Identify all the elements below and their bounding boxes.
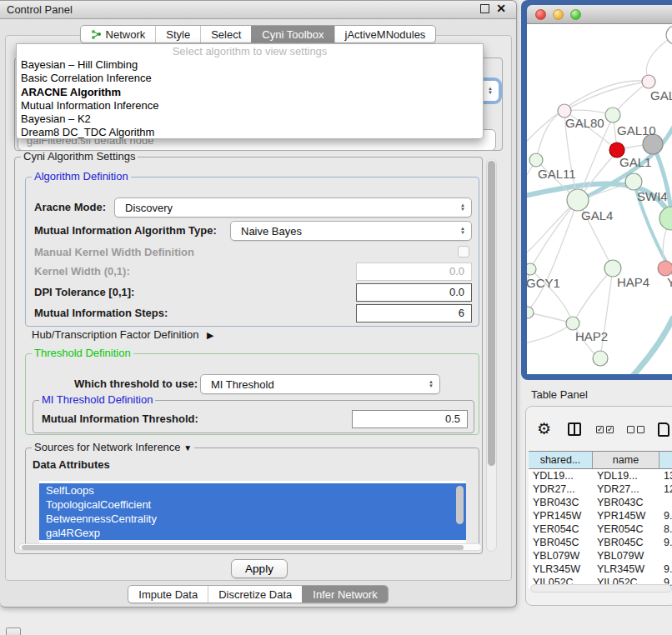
dropdown-item[interactable]: Basic Correlation Inference — [17, 72, 483, 85]
attribute-list-item[interactable]: SelfLoops — [39, 483, 466, 498]
dropdown-item[interactable]: Mutual Information Inference — [17, 99, 483, 112]
table-row[interactable]: YPR145WYPR145W9. — [529, 509, 672, 522]
network-icon — [91, 29, 102, 40]
tab-infer-network[interactable]: Infer Network — [302, 586, 387, 602]
tab-cyni-toolbox[interactable]: Cyni Toolbox — [251, 26, 333, 42]
settings-horizontal-scrollbar[interactable] — [18, 543, 482, 551]
network-edge-highlighted[interactable] — [632, 317, 672, 374]
table-row[interactable]: YBR045CYBR045C9. — [529, 536, 672, 549]
combo-spinner-icon: ▲▼ — [460, 227, 465, 235]
table-row[interactable]: YDR27...YDR27...12 — [529, 482, 672, 496]
table-cell: YDR27... — [529, 482, 593, 496]
dropdown-item[interactable]: Bayesian – Hill Climbing — [17, 58, 483, 72]
table-cell — [659, 549, 672, 562]
network-node-y[interactable] — [658, 261, 672, 276]
aracne-mode-combo[interactable]: Discovery ▲▼ — [114, 198, 472, 218]
gear-icon[interactable]: ⚙ — [537, 421, 551, 438]
network-edge[interactable] — [600, 268, 613, 358]
float-window-icon[interactable] — [480, 4, 489, 13]
which-threshold-combo[interactable]: MI Threshold ▲▼ — [200, 374, 440, 394]
mi-type-combo[interactable]: Naive Bayes ▲▼ — [230, 221, 472, 241]
table-row[interactable]: YLR345WYLR345W9. — [529, 562, 672, 576]
network-edge[interactable] — [530, 200, 578, 269]
network-svg[interactable]: GALGAL80GAL10GAL1GAL11SWI4GAL4GCY1HAP4YH… — [527, 24, 672, 374]
tab-style[interactable]: Style — [155, 26, 200, 42]
table-row[interactable]: YBL079WYBL079W — [529, 549, 672, 562]
mi-threshold-group: MI Threshold Definition Mutual Informati… — [33, 400, 474, 433]
dropdown-item[interactable]: Bayesian – K2 — [17, 112, 483, 126]
data-attributes-list[interactable]: SelfLoopsTopologicalCoefficientBetweenne… — [39, 481, 466, 544]
node-label: HAP2 — [575, 329, 608, 343]
export-table-icon[interactable] — [658, 422, 669, 437]
minimize-traffic-light[interactable] — [553, 9, 564, 20]
network-edge[interactable] — [564, 82, 649, 111]
dropdown-item[interactable]: ARACNE Algorithm — [17, 86, 483, 99]
tab-impute-data[interactable]: Impute Data — [128, 586, 208, 602]
network-node[interactable] — [666, 26, 672, 44]
manual-kernel-checkbox[interactable] — [458, 246, 469, 258]
combo-spinner-icon: ▲▼ — [429, 380, 434, 388]
apply-button[interactable]: Apply — [231, 559, 288, 578]
network-edge[interactable] — [527, 323, 573, 343]
aracne-mode-label: Aracne Mode: — [34, 201, 106, 213]
mi-threshold-field[interactable]: 0.5 — [352, 410, 468, 428]
minimized-panel-icon[interactable] — [6, 628, 21, 635]
tab-network[interactable]: Network — [81, 26, 156, 42]
attribute-list-item[interactable]: TopologicalCoefficient — [39, 498, 466, 512]
table-cell: YBR043C — [529, 496, 593, 509]
columns-icon[interactable] — [568, 422, 581, 436]
network-node-gal11[interactable] — [529, 153, 543, 167]
network-edge[interactable] — [536, 111, 564, 160]
network-node[interactable] — [527, 307, 534, 318]
close-icon[interactable]: ✕ — [496, 4, 506, 13]
network-node[interactable] — [659, 207, 672, 230]
network-node[interactable] — [593, 351, 608, 366]
network-edge[interactable] — [646, 35, 672, 80]
settings-group-title: Cyni Algorithm Settings — [21, 150, 138, 162]
settings-vertical-scrollbar[interactable] — [486, 158, 497, 552]
network-node-gal10[interactable] — [605, 108, 620, 122]
table-cell: YPR145W — [593, 509, 659, 522]
list-vertical-scrollbar[interactable] — [456, 486, 464, 524]
dropdown-item[interactable]: Dream8 DC_TDC Algorithm — [17, 126, 483, 139]
table-row[interactable]: YDL19...YDL19...13 — [529, 469, 672, 482]
hub-definition-toggle[interactable]: Hub/Transcription Factor Definition ▶ — [32, 328, 213, 341]
cyni-algorithm-settings-group: Cyni Algorithm Settings Algorithm Defini… — [14, 157, 483, 554]
which-threshold-label: Which threshold to use: — [74, 378, 198, 390]
tab-jactivemnodules[interactable]: jActiveMNodules — [334, 26, 436, 42]
table-cell: YER054C — [593, 522, 659, 536]
sources-group-title[interactable]: Sources for Network Inference ▼ — [32, 441, 194, 453]
network-node-hap2[interactable] — [566, 317, 579, 330]
table-panel-title: Table Panel — [531, 388, 588, 401]
table-column-header[interactable] — [659, 452, 672, 468]
table-column-header[interactable]: name — [593, 452, 659, 468]
sources-group: Sources for Network Inference ▼ Data Att… — [25, 448, 479, 548]
zoom-traffic-light[interactable] — [570, 9, 581, 20]
table-row[interactable]: YBR043CYBR043C — [529, 496, 672, 509]
table-cell: 9. — [659, 562, 672, 576]
network-node-gcy1[interactable] — [527, 263, 536, 275]
deselect-all-columns-icon[interactable] — [627, 426, 644, 433]
table-cell: YDR27... — [593, 482, 659, 496]
algorithm-definition-title: Algorithm Definition — [32, 170, 131, 182]
network-node-hap4[interactable] — [604, 260, 621, 277]
select-all-columns-icon[interactable]: ✓ ✓ — [596, 426, 614, 433]
attribute-list-item[interactable]: gal4RGexp — [39, 526, 466, 540]
table-column-header[interactable]: shared... — [529, 452, 593, 468]
table-cell: YDL19... — [593, 469, 659, 482]
table-row[interactable]: YER054CYER054C8. — [529, 522, 672, 536]
kernel-width-field[interactable]: 0.0 — [356, 262, 472, 281]
close-traffic-light[interactable] — [535, 9, 546, 20]
network-node-gal[interactable] — [642, 75, 655, 88]
table-cell: YLR345W — [593, 562, 659, 576]
mi-steps-field[interactable]: 6 — [356, 304, 472, 322]
control-panel-titlebar[interactable]: Control Panel ✕ — [0, 1, 516, 19]
tab-discretize-data[interactable]: Discretize Data — [208, 586, 302, 602]
dpi-tolerance-field[interactable]: 0.0 — [356, 283, 472, 302]
tab-select[interactable]: Select — [200, 26, 251, 42]
network-node-swi4[interactable] — [625, 173, 642, 190]
attribute-list-item[interactable]: BetweennessCentrality — [39, 512, 466, 526]
network-window-titlebar[interactable] — [527, 5, 672, 24]
network-edge[interactable] — [528, 200, 578, 311]
table-horizontal-scrollbar[interactable] — [530, 584, 672, 592]
